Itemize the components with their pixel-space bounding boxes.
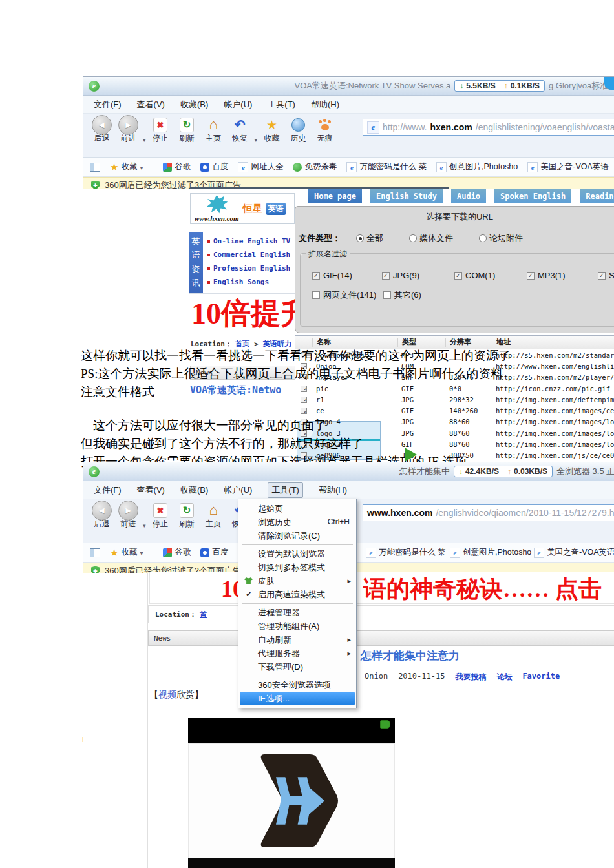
menu-item-download-manager[interactable]: 下载管理(D) [238,660,356,674]
address-bar[interactable]: www.hxen.com/englishvideo/qiaomen/2010-1… [363,504,614,521]
browser2-titlebar[interactable]: e 怎样才能集中 42.4KB/S 0.03KB/S 全浏览器 3.5 正式 [83,462,614,481]
bookmark-photoshop[interactable]: 创意图片,Photosho [436,161,518,172]
menu-favorites[interactable]: 收藏(B) [180,484,208,496]
bookmark-google[interactable]: 谷歌 [163,547,191,558]
video-bottom-bar [188,858,395,868]
tab-home-page[interactable]: Home page [308,189,362,203]
table-row[interactable]: ceGIF140*260http://img.hxen.com/images/c… [295,405,614,416]
menu-item-default-browser[interactable]: 设置为默认浏览器 [238,547,356,561]
restore-button[interactable]: 恢复 [228,117,252,144]
tab-reading[interactable]: Reading [580,189,614,203]
forward-button[interactable]: 前进 [116,502,140,530]
sidebar-link[interactable]: On-line English TV [207,234,295,248]
refresh-button[interactable]: 刷新 [175,117,199,144]
address-bar[interactable]: http://www.hxen.com/englishlistening/voa… [363,119,614,136]
bookmark-voa[interactable]: 美国之音-VOA英语 [534,547,614,558]
menu-account[interactable]: 帐户(U) [224,99,252,110]
menu-file[interactable]: 文件(F) [94,99,122,110]
menu-item-manage-components[interactable]: 管理功能组件(A) [238,619,356,633]
article-title[interactable]: 怎样才能集中注意力 [361,648,460,663]
history-dropdown-caret[interactable]: ▾ [143,522,146,529]
bookmark-google[interactable]: 谷歌 [163,161,191,172]
bookmark-antivirus[interactable]: 免费杀毒 [293,161,337,172]
menu-tools-active[interactable]: 工具(T) [268,482,303,498]
bookmark-favorites[interactable]: 收藏 [110,547,143,559]
favorite-link[interactable]: Favorite [522,672,560,683]
bookmark-password[interactable]: 万能密码是什么 菜 [346,161,426,172]
menu-view[interactable]: 查看(V) [137,484,165,496]
play-triangle-icon[interactable] [405,448,417,462]
menu-item-360-options[interactable]: 360安全浏览器选项 [238,678,356,692]
promo-banner[interactable]: 10倍 语的神奇秘诀…… 点击 [149,572,614,604]
row-checkbox[interactable] [301,408,307,414]
bookmark-voa[interactable]: 美国之音-VOA英语 [527,161,609,172]
browser1-titlebar[interactable]: e VOA常速英语:Network TV Show Serves a 5.5KB… [83,77,614,96]
menu-item-clear-history[interactable]: 清除浏览记录(C) [238,529,356,542]
sidebar-link[interactable]: Commercial English [207,248,295,262]
menu-help[interactable]: 帮助(H) [311,99,339,110]
menu-item-start-page[interactable]: 起始页 [238,502,356,515]
forum-link[interactable]: 论坛 [496,672,512,683]
checkbox-jpg[interactable]: JPG(9) [382,271,419,280]
video-corner-icon[interactable] [380,720,390,728]
menu-account[interactable]: 帐户(U) [224,484,252,496]
menu-help[interactable]: 帮助(H) [319,484,347,496]
location-label: Location： [155,610,196,619]
submit-link[interactable]: 我要投稿 [455,672,486,683]
sidebar-link[interactable]: Profession English [207,262,295,275]
radio-all[interactable]: 全部 [356,232,383,244]
bookmark-favorites[interactable]: 收藏 [110,161,143,173]
promo-banner-text[interactable]: 10倍提升 [191,294,295,335]
stop-button[interactable]: 停止 [149,117,173,144]
radio-media[interactable]: 媒体文件 [409,232,453,244]
video-player[interactable] [188,718,395,868]
menu-item-auto-refresh[interactable]: 自动刷新 [238,633,356,646]
checkbox-swf[interactable]: SW [598,271,614,280]
sidebar-panel-icon[interactable] [90,163,100,172]
home-button[interactable]: 主页 [202,117,226,144]
menu-favorites[interactable]: 收藏(B) [180,99,208,110]
sidebar-link[interactable]: English Songs [207,275,295,289]
back-button[interactable]: 后退 [90,502,114,530]
sidebar-panel-icon[interactable] [90,548,100,557]
hxen-logo[interactable]: www.hxen.com 恒星 英语 [190,193,295,224]
tab-spoken-english[interactable]: Spoken English [494,189,571,203]
breadcrumb-home-link[interactable]: 首 [200,610,207,619]
stop-button[interactable]: 停止 [149,502,173,530]
checkbox-mp3[interactable]: MP3(1) [527,271,566,280]
radio-forum[interactable]: 论坛附件 [479,232,523,244]
refresh-button[interactable]: 刷新 [175,502,199,530]
checkbox-webfiles[interactable]: 网页文件(141) [312,289,376,301]
bookmark-baidu[interactable]: 百度 [200,161,228,172]
restore-dropdown-caret[interactable]: ▾ [255,137,258,143]
menu-item-multitab-mode[interactable]: 切换到多标签模式 [238,561,356,574]
tab-english-study[interactable]: English Study [370,189,443,203]
incognito-button[interactable]: 无痕 [313,117,337,144]
home-icon [209,502,217,518]
menu-item-skin[interactable]: 皮肤 [238,574,356,588]
menu-tools[interactable]: 工具(T) [268,99,295,110]
bookmark-password[interactable]: 万能密码是什么 菜 [366,547,445,558]
bookmark-baidu[interactable]: 百度 [200,547,228,558]
forward-button[interactable]: 前进 [116,117,140,144]
menu-item-process-manager[interactable]: 进程管理器 [238,606,356,619]
tab-audio[interactable]: Audio [451,189,486,203]
menu-item-proxy-server[interactable]: 代理服务器 [238,646,356,660]
menu-file[interactable]: 文件(F) [94,484,122,496]
checkbox-com[interactable]: COM(1) [454,271,495,280]
home-button[interactable]: 主页 [202,502,226,530]
checkbox-other[interactable]: 其它(6) [383,289,421,301]
back-button[interactable]: 后退 [90,117,114,144]
bookmark-sites[interactable]: 网址大全 [238,161,283,172]
menu-item-history[interactable]: 浏览历史Ctrl+H [238,515,356,529]
video-link[interactable]: 视频 [158,690,176,699]
menu-item-ie-options[interactable]: IE选项... [240,692,355,705]
bookmark-photoshop[interactable]: 创意图片,Photosho [450,547,531,558]
menu-item-fast-render[interactable]: 启用高速渲染模式 [238,588,356,601]
menu-view[interactable]: 查看(V) [137,99,165,110]
bookmarks-divider [153,162,153,172]
history-button[interactable]: 历史 [286,117,310,144]
history-dropdown-caret[interactable]: ▾ [143,137,146,143]
checkbox-gif[interactable]: GIF(14) [312,271,352,280]
favorites-button[interactable]: 收藏 [260,117,284,144]
